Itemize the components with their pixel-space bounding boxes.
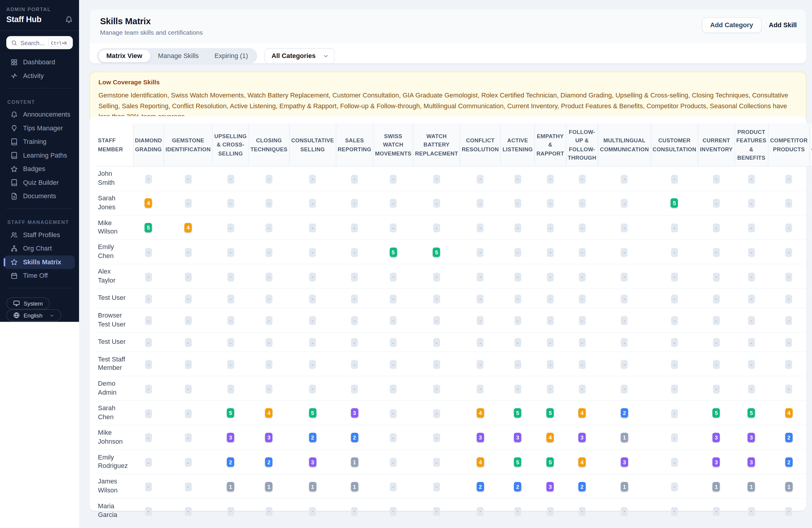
skill-level-cell[interactable]: 2 <box>477 482 484 491</box>
skill-level-cell[interactable]: - <box>713 507 720 516</box>
skill-level-cell[interactable]: - <box>514 248 521 257</box>
tab-matrix-view[interactable]: Matrix View <box>99 50 150 62</box>
skill-level-cell[interactable]: - <box>351 295 358 303</box>
skill-level-cell[interactable]: 2 <box>578 482 586 491</box>
skill-level-cell[interactable]: - <box>547 316 554 325</box>
skill-level-cell[interactable]: - <box>265 295 272 303</box>
skill-level-cell[interactable]: - <box>547 272 554 281</box>
skill-level-cell[interactable]: - <box>621 360 628 369</box>
skill-level-cell[interactable]: - <box>477 338 484 347</box>
skill-level-cell[interactable]: - <box>477 360 484 369</box>
skill-level-cell[interactable]: - <box>265 338 272 347</box>
skill-level-cell[interactable]: - <box>514 316 521 325</box>
skill-level-cell[interactable]: - <box>145 295 152 303</box>
skill-level-cell[interactable]: - <box>748 360 755 369</box>
skill-level-cell[interactable]: 5 <box>145 223 153 232</box>
skill-level-cell[interactable]: 5 <box>713 408 720 418</box>
skill-level-cell[interactable]: - <box>671 224 678 232</box>
skill-level-cell[interactable]: 4 <box>265 408 273 418</box>
skill-level-cell[interactable]: - <box>477 384 484 393</box>
skill-level-cell[interactable]: - <box>514 507 521 516</box>
skill-level-cell[interactable]: - <box>185 338 191 347</box>
skill-level-cell[interactable]: - <box>671 316 678 325</box>
skill-level-cell[interactable]: - <box>390 507 396 516</box>
skill-level-cell[interactable]: 5 <box>514 408 521 418</box>
skill-level-cell[interactable]: - <box>433 409 440 418</box>
skill-level-cell[interactable]: - <box>785 507 792 516</box>
skill-level-cell[interactable]: 5 <box>671 198 678 208</box>
skill-level-cell[interactable]: - <box>185 175 191 184</box>
skill-level-cell[interactable]: 1 <box>351 457 358 467</box>
skill-level-cell[interactable]: - <box>579 507 585 516</box>
skill-level-cell[interactable]: - <box>145 384 152 393</box>
skill-level-cell[interactable]: - <box>514 199 521 208</box>
skill-level-cell[interactable]: 1 <box>621 482 628 491</box>
skill-level-cell[interactable]: - <box>309 224 316 232</box>
skill-level-cell[interactable]: - <box>671 248 678 257</box>
skill-level-cell[interactable]: 5 <box>514 457 521 467</box>
skill-level-cell[interactable]: - <box>785 175 792 184</box>
skill-level-cell[interactable]: - <box>785 199 792 208</box>
skill-level-cell[interactable]: - <box>145 483 152 492</box>
skill-level-cell[interactable]: - <box>785 248 792 257</box>
skill-level-cell[interactable]: 5 <box>547 457 554 467</box>
skill-level-cell[interactable]: - <box>390 272 396 281</box>
skill-level-cell[interactable]: 2 <box>351 433 358 442</box>
skill-level-cell[interactable]: 2 <box>621 408 628 418</box>
sidebar-item-staff-profiles[interactable]: Staff Profiles <box>4 228 75 242</box>
skill-level-cell[interactable]: - <box>748 295 755 303</box>
skill-level-cell[interactable]: - <box>309 338 316 347</box>
skill-level-cell[interactable]: - <box>351 248 358 257</box>
skill-level-cell[interactable]: - <box>351 175 358 184</box>
skill-level-cell[interactable]: - <box>514 175 521 184</box>
skill-level-cell[interactable]: 5 <box>227 408 234 418</box>
skill-level-cell[interactable]: - <box>547 175 554 184</box>
skill-level-cell[interactable]: - <box>671 409 678 418</box>
skill-level-cell[interactable]: - <box>433 224 440 232</box>
skill-level-cell[interactable]: 1 <box>748 482 755 491</box>
skill-level-cell[interactable]: 1 <box>351 482 358 491</box>
skill-level-cell[interactable]: - <box>227 295 234 303</box>
skill-level-cell[interactable]: - <box>390 224 396 232</box>
skill-level-cell[interactable]: - <box>185 272 191 281</box>
skill-level-cell[interactable]: - <box>351 199 358 208</box>
skill-level-cell[interactable]: - <box>477 295 484 303</box>
skill-level-cell[interactable]: - <box>713 224 720 232</box>
skill-level-cell[interactable]: - <box>309 175 316 184</box>
skill-level-cell[interactable]: - <box>477 224 484 232</box>
skill-level-cell[interactable]: - <box>309 272 316 281</box>
skill-level-cell[interactable]: - <box>185 248 191 257</box>
skill-level-cell[interactable]: - <box>514 224 521 232</box>
skill-level-cell[interactable]: - <box>477 199 484 208</box>
skill-level-cell[interactable]: - <box>227 224 234 232</box>
sidebar-item-documents[interactable]: Documents <box>4 190 75 203</box>
skill-level-cell[interactable]: - <box>433 272 440 281</box>
skill-level-cell[interactable]: - <box>671 272 678 281</box>
skill-level-cell[interactable]: - <box>748 224 755 232</box>
skill-level-cell[interactable]: - <box>547 199 554 208</box>
skill-level-cell[interactable]: - <box>671 295 678 303</box>
skill-level-cell[interactable]: - <box>547 295 554 303</box>
skill-level-cell[interactable]: - <box>514 272 521 281</box>
skill-level-cell[interactable]: - <box>185 316 191 325</box>
skill-level-cell[interactable]: - <box>227 338 234 347</box>
skill-level-cell[interactable]: - <box>390 409 396 418</box>
skill-level-cell[interactable]: 2 <box>514 482 521 491</box>
skill-level-cell[interactable]: - <box>145 434 152 442</box>
skill-level-cell[interactable]: - <box>185 199 191 208</box>
skill-level-cell[interactable]: - <box>514 384 521 393</box>
skill-level-cell[interactable]: - <box>748 248 755 257</box>
skill-level-cell[interactable]: 4 <box>477 408 484 418</box>
skill-level-cell[interactable]: - <box>265 224 272 232</box>
skill-level-cell[interactable]: - <box>390 360 396 369</box>
sidebar-item-announcements[interactable]: Announcements <box>4 108 75 122</box>
skill-level-cell[interactable]: - <box>621 507 628 516</box>
skill-level-cell[interactable]: - <box>309 507 316 516</box>
search-input[interactable]: Search... Ctrl+K <box>6 36 73 49</box>
skill-level-cell[interactable]: - <box>433 483 440 492</box>
skill-level-cell[interactable]: 3 <box>477 433 484 442</box>
tab-manage-skills[interactable]: Manage Skills <box>150 50 207 62</box>
skill-level-cell[interactable]: - <box>433 199 440 208</box>
skill-level-cell[interactable]: 2 <box>785 433 793 442</box>
skill-level-cell[interactable]: - <box>390 483 396 492</box>
